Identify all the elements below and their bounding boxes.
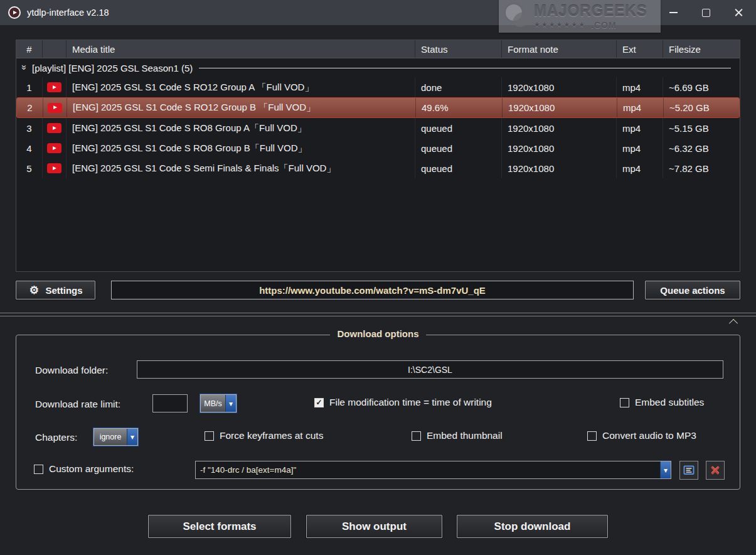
col-header-site-icon[interactable] <box>43 40 67 58</box>
chapters-select[interactable]: ignore <box>93 428 138 446</box>
watermark-com: .COM <box>591 21 617 30</box>
col-header-media-title[interactable]: Media title <box>67 40 415 58</box>
queue-actions-button[interactable]: Queue actions <box>645 281 740 299</box>
checkbox-unchecked-icon <box>205 431 214 441</box>
youtube-icon <box>47 143 61 153</box>
checkbox-convert-audio[interactable]: Convert audio to MP3 <box>587 430 696 441</box>
ext: mp4 <box>617 118 663 138</box>
minimize-icon <box>669 12 678 13</box>
checkbox-unchecked-icon <box>34 465 43 474</box>
custom-arguments-combobox[interactable]: -f "140-drc / ba[ext=m4a]" <box>195 461 671 479</box>
dropdown-arrow-icon <box>225 395 236 412</box>
close-icon <box>734 8 743 18</box>
stop-download-button[interactable]: Stop download <box>457 515 608 538</box>
settings-label: Settings <box>45 285 82 296</box>
close-button[interactable] <box>722 0 755 25</box>
window-title: ytdlp-interface v2.18 <box>27 8 109 18</box>
app-icon <box>8 6 21 19</box>
watermark-stars: ★★★★★★★ <box>534 21 586 28</box>
checkbox-custom-arguments[interactable]: Custom arguments: <box>34 463 134 475</box>
status: queued <box>415 118 502 138</box>
gear-icon <box>28 284 40 296</box>
filesize: ~5.15 GB <box>663 118 740 138</box>
filesize: ~6.69 GB <box>663 77 740 97</box>
youtube-icon <box>47 163 61 173</box>
row-number: 3 <box>16 118 43 138</box>
youtube-icon <box>47 82 61 92</box>
format-note: 1920x1080 <box>503 98 617 117</box>
chevron-double-down-icon <box>21 63 29 73</box>
majorgeeks-watermark: MAJORGEEKS ★★★★★★★ .COM <box>499 0 661 33</box>
media-title: [ENG] 2025 GSL S1 Code S RO12 Group B 「F… <box>67 98 416 117</box>
format-note: 1920x1080 <box>502 77 617 97</box>
table-row[interactable]: 1 [ENG] 2025 GSL S1 Code S RO12 Group A … <box>16 77 740 97</box>
embed-thumbnail-label: Embed thumbnail <box>427 430 503 441</box>
download-queue-table: # Media title Status Format note Ext Fil… <box>16 40 740 272</box>
row-number: 5 <box>16 158 43 178</box>
red-x-icon <box>710 465 720 475</box>
divider-line <box>0 316 756 316</box>
ext: mp4 <box>617 77 663 97</box>
rate-unit-select[interactable]: MB/s <box>200 394 237 412</box>
youtube-icon <box>48 103 62 113</box>
edit-arguments-button[interactable] <box>679 461 698 480</box>
maximize-button[interactable] <box>689 0 722 25</box>
divider-line <box>0 313 756 313</box>
filesize: ~5.20 GB <box>664 98 739 117</box>
checkbox-embed-subtitles[interactable]: Embed subtitles <box>620 397 704 408</box>
ext: mp4 <box>617 158 663 178</box>
custom-arguments-label: Custom arguments: <box>49 463 134 475</box>
col-header-filesize[interactable]: Filesize <box>663 40 740 58</box>
media-title: [ENG] 2025 GSL S1 Code S RO8 Group A「Ful… <box>67 118 415 138</box>
download-options-legend: Download options <box>330 328 427 339</box>
checkbox-embed-thumbnail[interactable]: Embed thumbnail <box>412 430 503 441</box>
select-formats-button[interactable]: Select formats <box>148 515 291 538</box>
embed-subtitles-label: Embed subtitles <box>635 397 704 408</box>
col-header-ext[interactable]: Ext <box>617 40 663 58</box>
show-output-button[interactable]: Show output <box>306 515 442 538</box>
download-folder-value: I:\SC2\GSL <box>408 365 452 375</box>
checkbox-force-keyframes[interactable]: Force keyframes at cuts <box>205 430 323 441</box>
row-number: 2 <box>17 98 43 117</box>
format-note: 1920x1080 <box>502 158 617 178</box>
rate-unit-value: MB/s <box>201 395 225 412</box>
chapters-value: ignore <box>94 429 127 445</box>
url-input[interactable]: https://www.youtube.com/watch?v=mS-dm7vU… <box>111 281 634 299</box>
majorgeeks-mascot-graphic <box>499 1 534 31</box>
collapse-options-arrow-icon[interactable] <box>728 318 738 326</box>
filesize: ~6.32 GB <box>663 138 740 158</box>
row-number: 4 <box>16 138 43 158</box>
play-icon <box>13 11 17 14</box>
remove-argument-button[interactable] <box>706 461 725 480</box>
media-title: [ENG] 2025 GSL S1 Code S RO12 Group A 「F… <box>67 77 415 97</box>
row-number: 1 <box>16 77 43 97</box>
checkbox-checked-icon <box>314 398 324 407</box>
status: queued <box>415 138 502 158</box>
table-row-selected[interactable]: 2 [ENG] 2025 GSL S1 Code S RO12 Group B … <box>16 97 740 118</box>
table-header: # Media title Status Format note Ext Fil… <box>16 40 740 58</box>
table-row[interactable]: 4 [ENG] 2025 GSL S1 Code S RO8 Group B「F… <box>16 138 740 158</box>
checkbox-file-mod-time[interactable]: File modification time = time of writing <box>314 397 492 408</box>
minimize-button[interactable] <box>657 0 689 25</box>
playlist-header[interactable]: [playlist] [ENG] 2025 GSL Season1 (5) <box>16 58 740 77</box>
dropdown-arrow-icon <box>127 429 137 445</box>
download-folder-input[interactable]: I:\SC2\GSL <box>137 360 723 379</box>
convert-audio-label: Convert audio to MP3 <box>602 430 696 441</box>
ext: mp4 <box>617 138 663 158</box>
download-options-group: Download options Download folder: I:\SC2… <box>16 335 740 490</box>
rate-limit-input[interactable] <box>152 394 188 412</box>
format-note: 1920x1080 <box>502 138 617 158</box>
checkbox-unchecked-icon <box>587 431 597 441</box>
file-mod-time-label: File modification time = time of writing <box>329 397 492 408</box>
settings-button[interactable]: Settings <box>16 281 95 299</box>
col-header-format-note[interactable]: Format note <box>502 40 617 58</box>
url-value: https://www.youtube.com/watch?v=mS-dm7vU… <box>259 285 486 296</box>
table-row[interactable]: 3 [ENG] 2025 GSL S1 Code S RO8 Group A「F… <box>16 118 740 138</box>
col-header-status[interactable]: Status <box>415 40 502 58</box>
table-row[interactable]: 5 [ENG] 2025 GSL S1 Code S Semi Finals &… <box>16 158 740 178</box>
filesize: ~7.82 GB <box>663 158 740 178</box>
dropdown-arrow-icon[interactable] <box>660 461 671 478</box>
download-folder-label: Download folder: <box>35 365 108 376</box>
playlist-title: [playlist] [ENG] 2025 GSL Season1 (5) <box>32 63 193 73</box>
col-header-number[interactable]: # <box>16 40 43 58</box>
